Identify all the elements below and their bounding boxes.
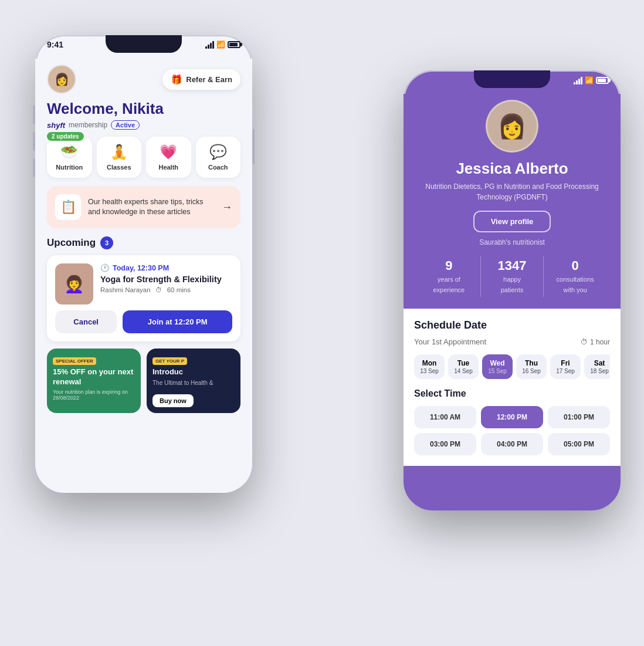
stat-experience-num: 9 <box>418 258 480 273</box>
gift-icon: 🎁 <box>171 74 182 85</box>
date-thu[interactable]: Thu 16 Sep <box>516 354 547 379</box>
category-nutrition[interactable]: 🥗 Nutrition <box>47 137 92 178</box>
status-icons: 📶 <box>205 40 240 49</box>
upcoming-count: 3 <box>100 236 113 249</box>
clock-small-icon: ⏱ <box>581 338 588 346</box>
category-coach[interactable]: 💬 Coach <box>196 137 241 178</box>
promo-sub-1: Your nutrition plan is expiring on 28/08… <box>53 389 135 401</box>
updates-badge: 2 updates <box>47 132 84 141</box>
session-card: 👩‍🦱 🕐 Today, 12:30 PM Yoga for Strength … <box>47 255 240 341</box>
article-card[interactable]: 📋 Our health experts share tips, tricks … <box>47 186 240 228</box>
buy-now-button[interactable]: Buy now <box>152 394 194 407</box>
nutrition-icon: 🥗 <box>60 144 78 160</box>
session-meta: Rashmi Narayan ⏱ 60 mins <box>100 286 232 293</box>
category-classes[interactable]: 🧘 Classes <box>97 137 142 178</box>
right-phone: 📶 👩 Jessica Alberto Nutrition Dietetics,… <box>404 70 621 510</box>
instructor-avatar: 👩‍🦱 <box>55 263 93 305</box>
dates-row: Mon 13 Sep Tue 14 Sep Wed 15 Sep Thu 16 … <box>414 354 610 379</box>
status-time: 9:41 <box>47 40 63 49</box>
duration-text: 1 hour <box>590 338 610 346</box>
refer-earn-label: Refer & Earn <box>186 75 232 84</box>
special-offer-badge: SPECIAL OFFER <box>53 357 96 365</box>
clock-icon: 🕐 <box>100 263 110 272</box>
shyft-logo: shyft <box>47 121 65 130</box>
stat-consultations-num: 0 <box>544 258 606 273</box>
duration-icon: ⏱ <box>155 286 162 293</box>
appointment-label: Your 1st Appointment <box>414 337 486 346</box>
coach-name: Jessica Alberto <box>456 160 568 178</box>
left-phone: 9:41 📶 👩 🎁 Refer & Earn Welcome, Nikita <box>35 35 252 493</box>
promo-title-2: Introduc <box>152 367 235 377</box>
upcoming-title: Upcoming <box>47 237 96 249</box>
date-wed[interactable]: Wed 15 Sep <box>482 354 513 379</box>
right-status-bar: 📶 <box>415 76 609 84</box>
promo-card-1[interactable]: SPECIAL OFFER 15% OFF on your next renew… <box>47 349 141 413</box>
session-time: 🕐 Today, 12:30 PM <box>100 263 232 272</box>
promo-card-2[interactable]: GET YOUR P Introduc The Ultimat to Healt… <box>147 349 240 413</box>
left-status-bar: 9:41 📶 <box>47 40 240 49</box>
date-tue[interactable]: Tue 14 Sep <box>448 354 479 379</box>
stats-row: 9 years ofexperience 1347 happypatients … <box>418 256 606 297</box>
right-wifi-icon: 📶 <box>585 76 594 84</box>
stat-patients: 1347 happypatients <box>481 256 544 297</box>
time-0400pm[interactable]: 04:00 PM <box>481 433 543 455</box>
time-0300pm[interactable]: 03:00 PM <box>414 433 476 455</box>
appointment-row: Your 1st Appointment ⏱ 1 hour <box>414 337 610 346</box>
right-signal-icon <box>574 77 582 84</box>
join-button[interactable]: Join at 12:20 PM <box>123 310 232 333</box>
stat-consultations-label: consultationswith you <box>557 276 594 293</box>
promo-row: SPECIAL OFFER 15% OFF on your next renew… <box>47 349 240 413</box>
cancel-button[interactable]: Cancel <box>55 310 117 333</box>
stat-patients-label: happypatients <box>501 276 524 293</box>
right-status-icons: 📶 <box>574 76 609 84</box>
category-health[interactable]: 💗 Health <box>146 137 191 178</box>
article-text: Our health experts share tips, tricks an… <box>88 197 215 218</box>
date-sat[interactable]: Sat 18 Sep <box>584 354 610 379</box>
welcome-text: Welcome, Nikita <box>47 100 240 118</box>
time-1200pm[interactable]: 12:00 PM <box>481 406 543 428</box>
view-profile-button[interactable]: View profile <box>473 211 551 232</box>
nutritionist-text: Saurabh's nutritionist <box>479 238 545 246</box>
wifi-icon: 📶 <box>216 40 225 49</box>
time-section-title: Select Time <box>414 388 610 399</box>
get-badge: GET YOUR P <box>152 357 187 365</box>
date-mon[interactable]: Mon 13 Sep <box>414 354 445 379</box>
stat-experience: 9 years ofexperience <box>418 256 481 297</box>
stat-experience-label: years ofexperience <box>433 276 465 293</box>
schedule-section: Schedule Date Your 1st Appointment ⏱ 1 h… <box>404 309 621 466</box>
health-icon: 💗 <box>160 144 177 160</box>
time-0500pm[interactable]: 05:00 PM <box>548 433 610 455</box>
coach-label: Coach <box>208 164 228 171</box>
coach-profile-section: 👩 Jessica Alberto Nutrition Dietetics, P… <box>404 94 621 309</box>
stat-patients-num: 1347 <box>481 258 544 273</box>
coach-credentials: Nutrition Dietetics, PG in Nutrition and… <box>418 181 606 202</box>
header-row: 👩 🎁 Refer & Earn <box>47 65 240 94</box>
session-buttons: Cancel Join at 12:20 PM <box>55 310 232 333</box>
nutrition-label: Nutrition <box>56 164 83 171</box>
battery-icon <box>228 41 240 48</box>
arrow-icon: → <box>222 201 232 214</box>
membership-text: membership <box>69 121 107 129</box>
session-time-text: Today, 12:30 PM <box>113 264 169 272</box>
time-0100pm[interactable]: 01:00 PM <box>548 406 610 428</box>
right-screen: 👩 Jessica Alberto Nutrition Dietetics, P… <box>404 94 621 510</box>
schedule-title: Schedule Date <box>414 319 487 332</box>
session-top: 👩‍🦱 🕐 Today, 12:30 PM Yoga for Strength … <box>55 263 232 305</box>
user-avatar[interactable]: 👩 <box>47 65 76 94</box>
membership-row: shyft membership Active <box>47 120 240 130</box>
classes-icon: 🧘 <box>110 144 128 160</box>
classes-label: Classes <box>107 164 131 171</box>
article-icon: 📋 <box>55 194 81 220</box>
left-screen: 👩 🎁 Refer & Earn Welcome, Nikita shyft m… <box>35 59 252 493</box>
instructor-name: Rashmi Narayan <box>100 286 151 293</box>
coach-avatar: 👩 <box>486 100 538 153</box>
promo-sub-2: The Ultimat to Health & <box>152 380 235 386</box>
refer-earn-button[interactable]: 🎁 Refer & Earn <box>162 69 240 90</box>
right-battery-icon <box>596 77 609 84</box>
date-fri[interactable]: Fri 17 Sep <box>550 354 581 379</box>
signal-icon <box>205 41 214 49</box>
time-1100am[interactable]: 11:00 AM <box>414 406 476 428</box>
active-badge: Active <box>111 120 140 130</box>
session-title: Yoga for Strength & Flexibility <box>100 275 232 284</box>
stat-consultations: 0 consultationswith you <box>544 256 606 297</box>
